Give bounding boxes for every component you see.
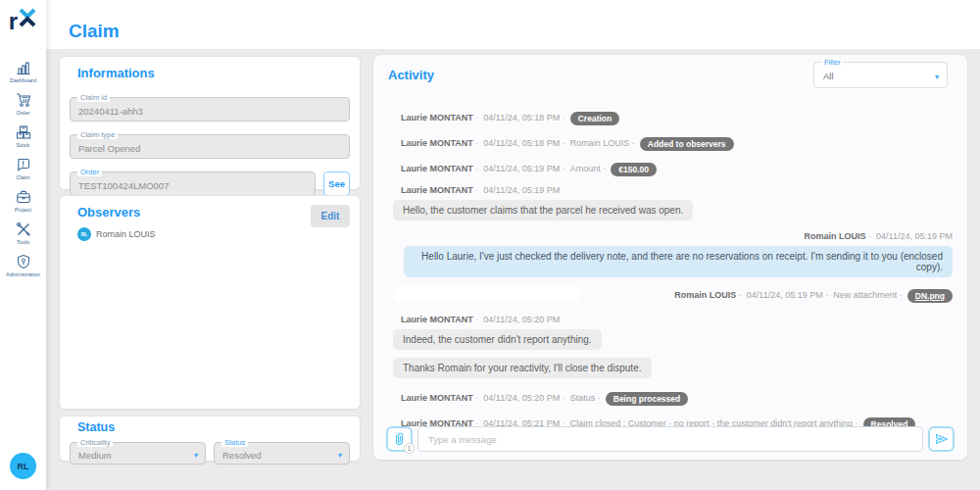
attachment-row: Romain LOUIS04/11/24, 05:19 PMNew attach…	[401, 286, 953, 302]
activity-event: Romain LOUIS04/11/24, 05:19 PMNew attach…	[674, 289, 953, 303]
message-bubble: Hello, the customer claims that the parc…	[393, 200, 693, 220]
activity-events-list: Laurie MONTANT04/11/24, 05:18 PMCreation…	[373, 94, 967, 431]
status-label: Status	[221, 438, 248, 447]
activity-event: Laurie MONTANT04/11/24, 05:19 PMAmount€1…	[401, 163, 953, 176]
edit-observers-button[interactable]: Edit	[311, 205, 350, 227]
sidebar-item-label: Administration	[6, 271, 40, 277]
chevron-down-icon: ▾	[935, 73, 939, 81]
chat-message-left: Laurie MONTANT04/11/24, 05:19 PM Hello, …	[401, 184, 953, 220]
status-card: Status Criticality ▾ Status ▾	[59, 416, 361, 462]
activity-title: Activity	[388, 68, 434, 82]
sidebar-item-project[interactable]: Project	[1, 189, 46, 213]
sidebar-item-label: Claim	[16, 174, 29, 180]
activity-filter-select[interactable]: Filter All ▾	[813, 62, 948, 88]
sidebar-item-label: Dashboard	[10, 77, 36, 83]
shield-icon	[16, 254, 31, 270]
sidebar-item-label: Stock	[17, 142, 30, 148]
logo-letter: r	[9, 7, 18, 36]
sidebar-item-tools[interactable]: Tools	[1, 221, 46, 245]
sidebar-nav: Dashboard Order Stock	[1, 60, 46, 277]
page-title: Claim	[69, 21, 120, 42]
chat-message-right: Romain LOUIS04/11/24, 05:19 PM Hello Lau…	[401, 230, 953, 277]
message-bubble: Hello Laurie, I've just checked the deli…	[404, 246, 953, 277]
claim-id-input	[71, 98, 349, 121]
attachment-preview[interactable]	[393, 286, 581, 301]
header: Claim	[46, 0, 980, 49]
claim-id-label: Claim id	[77, 93, 110, 102]
order-input	[71, 172, 315, 195]
sidebar-item-label: Tools	[17, 239, 29, 245]
activity-event: Laurie MONTANT04/11/24, 05:20 PMStatusBe…	[401, 392, 953, 406]
status-select[interactable]: Status ▾	[214, 442, 350, 465]
chevron-down-icon: ▾	[338, 451, 342, 460]
status-badge: Creation	[570, 112, 619, 125]
attachment-badge[interactable]: DN.png	[907, 289, 953, 303]
briefcase-icon	[16, 189, 31, 205]
observer-avatar: RL	[77, 227, 91, 241]
observers-card: Observers Edit RL Romain LOUIS	[59, 195, 361, 410]
criticality-label: Criticality	[77, 438, 113, 447]
chevron-down-icon: ▾	[194, 451, 198, 460]
claim-type-label: Claim type	[77, 130, 118, 139]
boxes-icon	[16, 124, 31, 140]
activity-event: Laurie MONTANT04/11/24, 05:18 PMRomain L…	[401, 137, 953, 151]
order-field: Order	[70, 172, 316, 196]
paperclip-icon	[393, 432, 406, 446]
message-bubble: Thanks Romain for your reactivity, I'll …	[393, 358, 652, 378]
observer-list-item: RL Romain LOUIS	[77, 227, 350, 241]
user-avatar[interactable]: RL	[10, 453, 36, 479]
informations-title: Informations	[77, 66, 350, 80]
status-title: Status	[77, 420, 350, 434]
activity-event: Laurie MONTANT04/11/24, 05:18 PMCreation	[401, 112, 953, 125]
criticality-select[interactable]: Criticality ▾	[70, 442, 206, 465]
send-icon	[935, 433, 949, 445]
bar-chart-icon	[16, 60, 31, 75]
sidebar-item-claim[interactable]: Claim	[1, 157, 46, 180]
claim-bubble-icon	[16, 157, 31, 172]
app-logo[interactable]: r	[9, 7, 37, 40]
cart-icon	[16, 92, 31, 108]
observer-name: Romain LOUIS	[96, 229, 156, 239]
sidebar-item-administration[interactable]: Administration	[1, 254, 46, 277]
chat-message-left: Laurie MONTANT04/11/24, 05:20 PM Indeed,…	[401, 314, 953, 378]
attachment-count-badge: 1	[404, 443, 415, 454]
sidebar-item-label: Order	[16, 110, 29, 116]
amount-badge: €150.00	[611, 163, 657, 176]
claim-id-field: Claim id	[70, 97, 350, 122]
tools-icon	[16, 221, 31, 237]
send-message-button[interactable]	[928, 426, 955, 452]
order-label: Order	[77, 168, 102, 176]
message-input[interactable]	[417, 426, 923, 452]
activity-panel: Activity Filter All ▾ Laurie MONTANT04/1…	[372, 54, 968, 461]
status-badge: Being processed	[606, 392, 689, 406]
sidebar-item-dashboard[interactable]: Dashboard	[1, 60, 46, 83]
logo-x-icon	[18, 7, 37, 28]
sidebar-item-stock[interactable]: Stock	[1, 124, 46, 148]
filter-label: Filter	[821, 58, 844, 67]
message-bubble: Indeed, the customer didn't report anyth…	[393, 329, 602, 350]
observers-title: Observers	[77, 205, 350, 220]
informations-card: Informations Claim id Claim type Order S…	[59, 56, 361, 190]
message-composer: 1	[386, 426, 955, 452]
sidebar-item-order[interactable]: Order	[1, 92, 46, 116]
attach-file-button[interactable]: 1	[386, 426, 413, 452]
sidebar-item-label: Project	[15, 207, 31, 213]
sidebar: r Dashboard Order	[0, 0, 46, 490]
status-badge: Added to observers	[640, 137, 734, 151]
see-order-button[interactable]: See	[323, 172, 350, 196]
claim-type-field: Claim type	[70, 134, 350, 159]
